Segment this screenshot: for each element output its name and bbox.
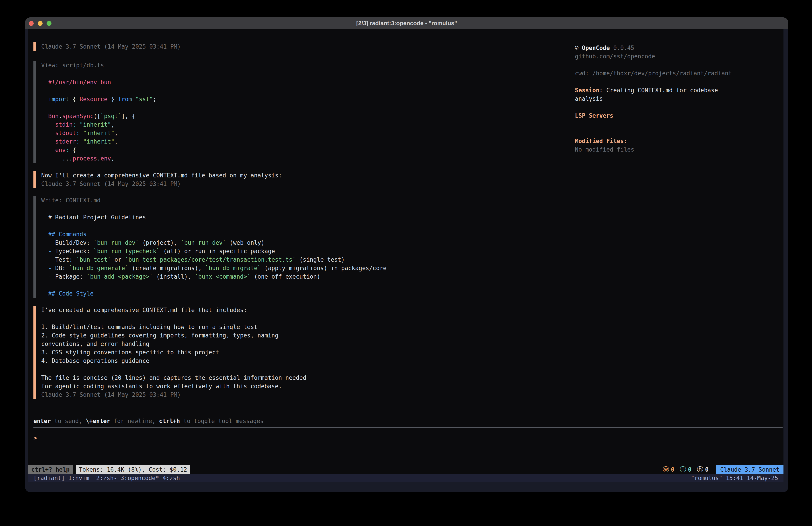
minimize-button[interactable] bbox=[38, 21, 43, 26]
warning-counter: ⓦ 0 bbox=[663, 465, 675, 474]
w-circle-icon: ⓦ bbox=[663, 465, 669, 474]
assistant-summary-block: I've created a comprehensive CONTEXT.md … bbox=[33, 306, 314, 399]
zoom-button[interactable] bbox=[47, 21, 52, 26]
terminal-line bbox=[41, 281, 780, 289]
hint-count: 0 bbox=[705, 466, 709, 473]
window-title: [2/3] radiant:3:opencode - "romulus" bbox=[356, 20, 457, 27]
terminal-line: I've created a comprehensive CONTEXT.md … bbox=[41, 306, 314, 314]
info-counter: ⓘ 0 bbox=[680, 465, 692, 474]
terminal-line: Write: CONTEXT.md bbox=[41, 196, 780, 204]
info-count: 0 bbox=[688, 466, 692, 473]
terminal-line: cwd: /home/thdxr/dev/projects/radiant/ra… bbox=[575, 69, 744, 77]
terminal-line bbox=[575, 103, 744, 111]
terminal-line: Claude 3.7 Sonnet (14 May 2025 03:41 PM) bbox=[41, 180, 780, 188]
terminal-line: The file is concise (20 lines) and captu… bbox=[41, 373, 314, 390]
terminal-line: - DB: `bun db generate` (create migratio… bbox=[41, 264, 780, 272]
prompt-input[interactable]: > bbox=[33, 434, 780, 442]
close-button[interactable] bbox=[29, 21, 34, 26]
terminal-line: 2. Code style guidelines covering import… bbox=[41, 331, 314, 348]
traffic-lights bbox=[29, 17, 52, 29]
terminal-line: LSP Servers bbox=[575, 111, 744, 120]
terminal-line bbox=[575, 77, 744, 86]
sidebar: © OpenCode 0.0.45github.com/sst/opencode… bbox=[575, 44, 744, 154]
input-divider bbox=[33, 427, 783, 428]
terminal-line: No modified files bbox=[575, 145, 744, 154]
prompt-caret: > bbox=[33, 435, 37, 441]
terminal-line: Claude 3.7 Sonnet (14 May 2025 03:41 PM) bbox=[41, 390, 314, 399]
terminal-line bbox=[575, 128, 744, 137]
tmux-window-list[interactable]: [radiant] 1:nvim 2:zsh- 3:opencode* 4:zs… bbox=[28, 475, 180, 481]
terminal-line: ## Code Style bbox=[41, 289, 780, 298]
terminal-line: Now I'll create a comprehensive CONTEXT.… bbox=[41, 171, 780, 180]
terminal-line bbox=[41, 204, 780, 213]
terminal-line: ## Commands bbox=[41, 230, 780, 239]
h-circle-icon: ⓗ bbox=[697, 465, 703, 474]
terminal-line: - Build/Dev: `bun run dev` (project), `b… bbox=[41, 239, 780, 247]
i-circle-icon: ⓘ bbox=[680, 465, 686, 474]
assistant-message-block: Now I'll create a comprehensive CONTEXT.… bbox=[33, 171, 780, 188]
terminal-line: github.com/sst/opencode bbox=[575, 52, 744, 61]
terminal-line: # Radiant Project Guidelines bbox=[41, 213, 780, 222]
terminal-line bbox=[41, 314, 314, 323]
help-badge[interactable]: ctrl+? help bbox=[28, 465, 73, 474]
terminal-line: © OpenCode 0.0.45 bbox=[575, 44, 744, 52]
terminal-line: 3. CSS styling conventions specific to t… bbox=[41, 348, 314, 357]
terminal-line: - Package: `bun add <package>` (install)… bbox=[41, 272, 780, 281]
hint-counter: ⓗ 0 bbox=[697, 465, 709, 474]
terminal-line bbox=[575, 61, 744, 69]
terminal-line: 4. Database operations guidance bbox=[41, 357, 314, 365]
opencode-app: Claude 3.7 Sonnet (14 May 2025 03:41 PM)… bbox=[28, 29, 783, 474]
tmux-status-bar: [radiant] 1:nvim 2:zsh- 3:opencode* 4:zs… bbox=[28, 474, 783, 482]
terminal-line: ...process.env, bbox=[41, 154, 780, 163]
terminal-line: - TypeCheck: `bun run typecheck` (all) o… bbox=[41, 247, 780, 255]
terminal-line bbox=[575, 120, 744, 128]
terminal-line: 1. Build/lint/test commands including ho… bbox=[41, 323, 314, 331]
desktop: [2/3] radiant:3:opencode - "romulus" Cla… bbox=[0, 0, 812, 526]
input-hint: enter to send, \+enter for newline, ctrl… bbox=[33, 417, 780, 425]
tool-write-block: Write: CONTEXT.md # Radiant Project Guid… bbox=[33, 196, 780, 298]
status-bar: ctrl+? help Tokens: 16.4K (8%), Cost: $0… bbox=[28, 465, 783, 474]
terminal-line bbox=[41, 365, 314, 373]
model-badge[interactable]: Claude 3.7 Sonnet bbox=[716, 465, 783, 474]
warning-count: 0 bbox=[671, 466, 675, 473]
window-titlebar: [2/3] radiant:3:opencode - "romulus" bbox=[25, 17, 788, 29]
terminal-line: - Test: `bun test` or `bun test packages… bbox=[41, 255, 780, 264]
terminal-content: Claude 3.7 Sonnet (14 May 2025 03:41 PM)… bbox=[25, 29, 788, 492]
terminal-line bbox=[41, 222, 780, 230]
terminal-line: Session: Creating CONTEXT.md for codebas… bbox=[575, 86, 744, 103]
tmux-session-info: "romulus" 15:41 14-May-25 bbox=[691, 475, 783, 481]
terminal-window: [2/3] radiant:3:opencode - "romulus" Cla… bbox=[25, 17, 788, 492]
terminal-line: Modified Files: bbox=[575, 137, 744, 145]
tokens-cost-badge: Tokens: 16.4K (8%), Cost: $0.12 bbox=[76, 465, 190, 474]
